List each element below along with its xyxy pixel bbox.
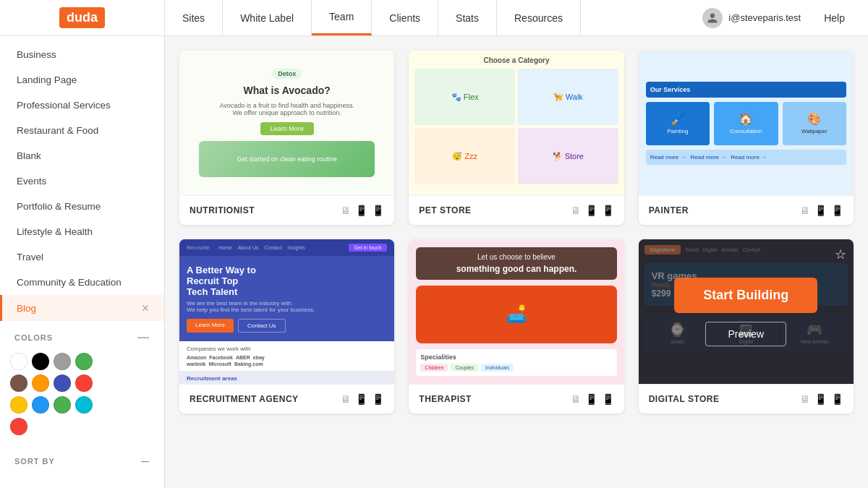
- sidebar-item-professional-services[interactable]: Professional Services: [0, 93, 164, 118]
- sidebar-item-landing-page[interactable]: Landing Page: [0, 67, 164, 93]
- card-footer-digital-store: DIGITAL STORE 🖥 📱 📱: [639, 384, 854, 414]
- tablet-icon-4: 📱: [355, 393, 367, 405]
- mobile-icon-2: 📱: [602, 205, 614, 216]
- device-icons-6: 🖥 📱 📱: [800, 393, 843, 405]
- close-icon[interactable]: ✕: [141, 302, 150, 314]
- card-title-nutritionist: NUTRITIONIST: [190, 205, 255, 215]
- template-card-painter[interactable]: Our Services 🖌️ Painting 🏠 Consultation …: [639, 51, 854, 225]
- favorite-icon[interactable]: ☆: [835, 247, 846, 262]
- user-menu[interactable]: i@steveparis.test: [702, 8, 801, 28]
- card-footer-recruitment: RECRUITMENT AGENCY 🖥 📱 📱: [179, 384, 394, 414]
- nav-item-whitelabel[interactable]: White Label: [223, 0, 312, 35]
- desktop-icon: 🖥: [341, 205, 351, 216]
- tablet-icon-2: 📱: [585, 205, 597, 216]
- template-card-pet-store[interactable]: Choose a Category 🐾 Flex 🦮 Walk 😴 Zzz 🐕 …: [409, 51, 624, 225]
- colors-grid: [0, 348, 164, 447]
- sidebar-item-blog[interactable]: Blog ✕: [0, 295, 164, 321]
- collapse-colors-icon[interactable]: —: [137, 331, 150, 344]
- template-card-nutritionist[interactable]: Detox What is Avocado? Avocado is a frui…: [179, 51, 394, 225]
- color-swatch-amber[interactable]: [10, 396, 27, 414]
- nav-item-team[interactable]: Team: [312, 0, 372, 35]
- tablet-icon-6: 📱: [814, 393, 827, 405]
- color-swatch-brown[interactable]: [10, 374, 27, 392]
- device-icons-2: 🖥 📱 📱: [571, 205, 614, 216]
- card-image-painter: Our Services 🖌️ Painting 🏠 Consultation …: [639, 51, 854, 195]
- sidebar-item-community-education[interactable]: Community & Education: [0, 270, 164, 295]
- color-row-1: [10, 353, 154, 370]
- card-image-nutritionist: Detox What is Avocado? Avocado is a frui…: [179, 51, 394, 195]
- colors-section-title: COLORS —: [0, 321, 164, 348]
- nav-right: i@steveparis.test Help: [691, 8, 868, 28]
- card-footer-nutritionist: NUTRITIONIST 🖥 📱 📱: [179, 195, 394, 225]
- logo-text: duda: [59, 7, 105, 28]
- device-icons: 🖥 📱 📱: [341, 205, 384, 216]
- sidebar-item-travel[interactable]: Travel: [0, 244, 164, 270]
- sidebar-item-portfolio-resume[interactable]: Portfolio & Resume: [0, 194, 164, 219]
- color-row-3: [10, 396, 154, 414]
- mobile-icon-6: 📱: [831, 393, 843, 405]
- color-swatch-green[interactable]: [75, 353, 93, 370]
- card-title-digital-store: DIGITAL STORE: [649, 394, 720, 404]
- desktop-icon-5: 🖥: [571, 393, 581, 405]
- template-card-therapist[interactable]: Let us choose to believe something good …: [409, 239, 624, 414]
- tablet-icon: 📱: [355, 205, 367, 216]
- mobile-icon: 📱: [372, 205, 384, 216]
- color-swatch-cyan[interactable]: [75, 396, 93, 414]
- start-building-overlay: Start Building Preview: [639, 239, 854, 384]
- color-row-2: [10, 374, 154, 392]
- color-swatch-indigo[interactable]: [54, 374, 71, 392]
- template-card-recruitment[interactable]: Recruite Home About Us Contact Insights …: [179, 239, 394, 414]
- sidebar-item-restaurant-food[interactable]: Restaurant & Food: [0, 118, 164, 143]
- color-swatch-blue[interactable]: [32, 396, 49, 414]
- color-swatch-orange[interactable]: [32, 374, 49, 392]
- template-card-digital-store[interactable]: Digistore Smart Digital Arrivals Contact…: [639, 239, 854, 414]
- tablet-icon-3: 📱: [814, 205, 827, 216]
- card-image-therapist: Let us choose to believe something good …: [409, 239, 624, 384]
- collapse-sort-icon[interactable]: —: [141, 457, 150, 466]
- nav-item-clients[interactable]: Clients: [372, 0, 438, 35]
- mobile-icon-3: 📱: [831, 205, 843, 216]
- start-building-button[interactable]: Start Building: [674, 278, 817, 313]
- logo[interactable]: duda: [0, 0, 165, 35]
- device-icons-3: 🖥 📱 📱: [800, 205, 843, 216]
- mobile-icon-4: 📱: [372, 393, 384, 405]
- card-footer-therapist: THERAPIST 🖥 📱 📱: [409, 384, 624, 414]
- card-title-pet-store: PET STORE: [419, 205, 471, 215]
- nav-item-resources[interactable]: Resources: [497, 0, 581, 35]
- card-image-digital-store: Digistore Smart Digital Arrivals Contact…: [639, 239, 854, 384]
- desktop-icon-4: 🖥: [341, 393, 351, 405]
- nav-items: Sites White Label Team Clients Stats Res…: [165, 0, 691, 35]
- color-swatch-gray[interactable]: [54, 353, 71, 370]
- card-title-recruitment: RECRUITMENT AGENCY: [190, 394, 299, 404]
- top-navigation: duda Sites White Label Team Clients Stat…: [0, 0, 868, 36]
- card-footer-pet-store: PET STORE 🖥 📱 📱: [409, 195, 624, 225]
- sidebar-item-business[interactable]: Business: [0, 42, 164, 67]
- sidebar-item-lifestyle-health[interactable]: Lifestyle & Health: [0, 219, 164, 244]
- sidebar-item-blank[interactable]: Blank: [0, 143, 164, 168]
- color-swatch-white[interactable]: [10, 353, 27, 370]
- desktop-icon-6: 🖥: [800, 393, 810, 405]
- help-link[interactable]: Help: [812, 12, 856, 24]
- desktop-icon-2: 🖥: [571, 205, 581, 216]
- card-title-therapist: THERAPIST: [419, 394, 472, 404]
- sidebar-item-events[interactable]: Events: [0, 168, 164, 194]
- user-email: i@steveparis.test: [728, 12, 801, 23]
- color-swatch-light-green[interactable]: [54, 396, 71, 414]
- nav-item-stats[interactable]: Stats: [438, 0, 497, 35]
- device-icons-4: 🖥 📱 📱: [341, 393, 384, 405]
- color-swatch-deep-red[interactable]: [10, 418, 27, 435]
- tablet-icon-5: 📱: [585, 393, 597, 405]
- color-swatch-red[interactable]: [75, 374, 93, 392]
- nav-item-sites[interactable]: Sites: [165, 0, 223, 35]
- desktop-icon-3: 🖥: [800, 205, 810, 216]
- card-image-recruitment: Recruite Home About Us Contact Insights …: [179, 239, 394, 384]
- main-layout: Business Landing Page Professional Servi…: [0, 36, 868, 488]
- card-title-painter: PAINTER: [649, 205, 689, 215]
- sidebar: Business Landing Page Professional Servi…: [0, 36, 165, 488]
- device-icons-5: 🖥 📱 📱: [571, 393, 614, 405]
- user-avatar: [702, 8, 723, 28]
- preview-button[interactable]: Preview: [705, 322, 786, 346]
- color-row-4: [10, 418, 154, 435]
- color-swatch-black[interactable]: [32, 353, 49, 370]
- templates-grid: Detox What is Avocado? Avocado is a frui…: [165, 36, 868, 488]
